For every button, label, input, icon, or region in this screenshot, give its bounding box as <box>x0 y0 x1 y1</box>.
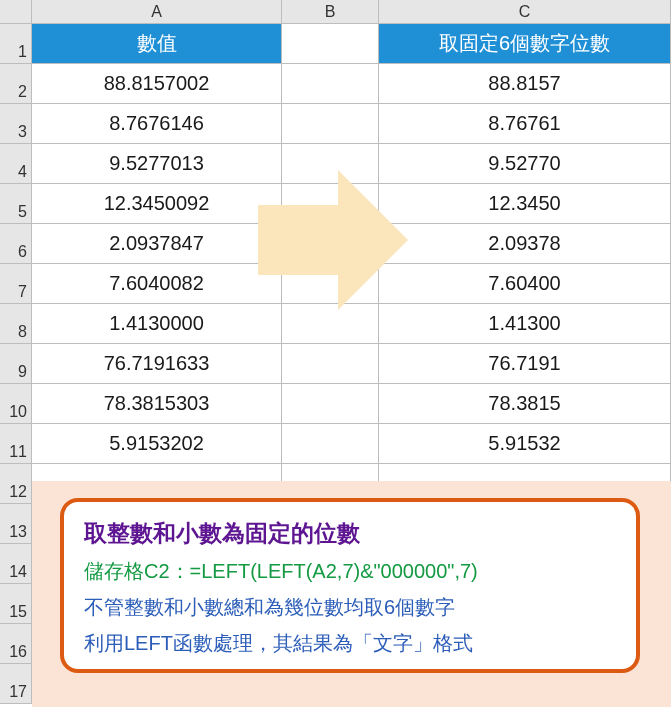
cell-c8[interactable]: 1.41300 <box>379 304 671 344</box>
cell-a5[interactable]: 12.3450092 <box>32 184 282 224</box>
row-header[interactable]: 2 <box>0 64 32 104</box>
row-header[interactable]: 16 <box>0 624 32 664</box>
row-header[interactable]: 11 <box>0 424 32 464</box>
cell-b4[interactable] <box>282 144 379 184</box>
cell-a3[interactable]: 8.7676146 <box>32 104 282 144</box>
cell-c4[interactable]: 9.52770 <box>379 144 671 184</box>
row-header[interactable]: 3 <box>0 104 32 144</box>
cell-b8[interactable] <box>282 304 379 344</box>
cell-b10[interactable] <box>282 384 379 424</box>
row-header[interactable]: 6 <box>0 224 32 264</box>
row-header[interactable]: 14 <box>0 544 32 584</box>
cell-b2[interactable] <box>282 64 379 104</box>
cell-c6[interactable]: 2.09378 <box>379 224 671 264</box>
row-header[interactable]: 13 <box>0 504 32 544</box>
row-header[interactable]: 10 <box>0 384 32 424</box>
cell-a11[interactable]: 5.9153202 <box>32 424 282 464</box>
cell-a4[interactable]: 9.5277013 <box>32 144 282 184</box>
cell-c11[interactable]: 5.91532 <box>379 424 671 464</box>
cell-b3[interactable] <box>282 104 379 144</box>
box-note-1: 不管整數和小數總和為幾位數均取6個數字 <box>84 594 616 621</box>
cell-b9[interactable] <box>282 344 379 384</box>
row-header[interactable]: 8 <box>0 304 32 344</box>
col-header-a[interactable]: A <box>32 0 282 24</box>
cell-a6[interactable]: 2.0937847 <box>32 224 282 264</box>
box-note-2: 利用LEFT函數處理，其結果為「文字」格式 <box>84 630 616 657</box>
row-header[interactable]: 1 <box>0 24 32 64</box>
cell-b11[interactable] <box>282 424 379 464</box>
col-header-c[interactable]: C <box>379 0 671 24</box>
explanation-box: 取整數和小數為固定的位數 儲存格C2：=LEFT(LEFT(A2,7)&"000… <box>60 498 640 673</box>
row-header[interactable]: 17 <box>0 664 32 704</box>
cell-c10[interactable]: 78.3815 <box>379 384 671 424</box>
cell-c7[interactable]: 7.60400 <box>379 264 671 304</box>
row-header[interactable]: 4 <box>0 144 32 184</box>
cell-a2[interactable]: 88.8157002 <box>32 64 282 104</box>
cell-b7[interactable] <box>282 264 379 304</box>
box-formula: 儲存格C2：=LEFT(LEFT(A2,7)&"000000",7) <box>84 558 616 585</box>
cell-c9[interactable]: 76.7191 <box>379 344 671 384</box>
row-header[interactable]: 9 <box>0 344 32 384</box>
cell-c2[interactable]: 88.8157 <box>379 64 671 104</box>
cell-a7[interactable]: 7.6040082 <box>32 264 282 304</box>
row-header[interactable]: 5 <box>0 184 32 224</box>
box-title: 取整數和小數為固定的位數 <box>84 518 616 549</box>
cell-c3[interactable]: 8.76761 <box>379 104 671 144</box>
cell-a9[interactable]: 76.7191633 <box>32 344 282 384</box>
cell-b1[interactable] <box>282 24 379 64</box>
cell-a1[interactable]: 數值 <box>32 24 282 64</box>
row-header[interactable]: 7 <box>0 264 32 304</box>
row-header[interactable]: 15 <box>0 584 32 624</box>
row-header[interactable]: 12 <box>0 464 32 504</box>
cell-b6[interactable] <box>282 224 379 264</box>
cell-a10[interactable]: 78.3815303 <box>32 384 282 424</box>
col-header-b[interactable]: B <box>282 0 379 24</box>
select-all-corner[interactable] <box>0 0 32 24</box>
cell-c1[interactable]: 取固定6個數字位數 <box>379 24 671 64</box>
cell-b5[interactable] <box>282 184 379 224</box>
cell-a8[interactable]: 1.4130000 <box>32 304 282 344</box>
cell-c5[interactable]: 12.3450 <box>379 184 671 224</box>
